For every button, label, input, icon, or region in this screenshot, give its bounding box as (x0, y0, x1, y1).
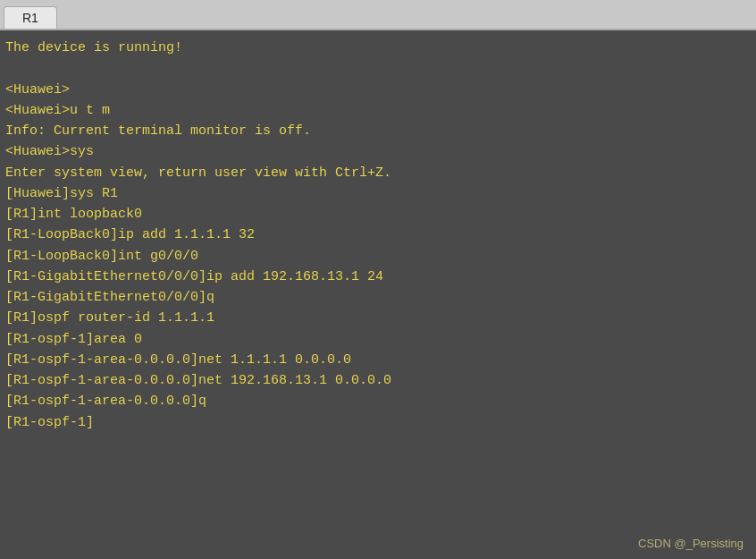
terminal-line: [R1-LoopBack0]int g0/0/0 (5, 246, 751, 267)
window-container: R1 The device is running! <Huawei><Huawe… (0, 0, 756, 559)
tab-r1[interactable]: R1 (4, 6, 57, 29)
terminal-line: <Huawei> (5, 80, 751, 100)
terminal-line: [R1-ospf-1] (5, 412, 751, 433)
terminal-line: [R1-ospf-1-area-0.0.0.0]q (5, 391, 751, 411)
watermark: CSDN @_Persisting (638, 537, 743, 550)
terminal-line: [R1-GigabitEthernet0/0/0]ip add 192.168.… (5, 267, 751, 287)
terminal-line: [R1-LoopBack0]ip add 1.1.1.1 32 (5, 224, 751, 245)
terminal-line: [R1-ospf-1]area 0 (5, 329, 751, 350)
terminal-line: The device is running! (5, 38, 751, 58)
terminal-line: Info: Current terminal monitor is off. (5, 121, 751, 141)
tab-bar: R1 (0, 0, 756, 29)
terminal-line: [R1]ospf router-id 1.1.1.1 (5, 308, 751, 328)
terminal-line: [R1-ospf-1-area-0.0.0.0]net 192.168.13.1… (5, 370, 751, 391)
terminal-line: <Huawei>sys (5, 141, 751, 162)
terminal-line: [Huawei]sys R1 (5, 183, 751, 204)
terminal-line: Enter system view, return user view with… (5, 163, 751, 183)
terminal-line: [R1]int loopback0 (5, 204, 751, 224)
terminal-line: <Huawei>u t m (5, 100, 751, 121)
terminal-line: [R1-ospf-1-area-0.0.0.0]net 1.1.1.1 0.0.… (5, 350, 751, 370)
terminal-line: [R1-GigabitEthernet0/0/0]q (5, 287, 751, 308)
terminal-line (5, 58, 751, 79)
terminal-area[interactable]: The device is running! <Huawei><Huawei>u… (0, 29, 756, 559)
